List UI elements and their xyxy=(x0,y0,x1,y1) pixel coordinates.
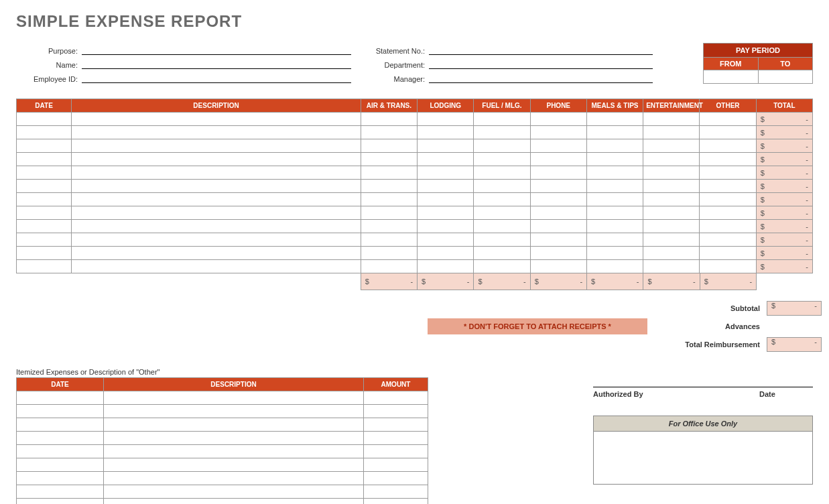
table-cell[interactable] xyxy=(17,166,72,180)
table-cell[interactable] xyxy=(104,444,364,458)
table-cell[interactable] xyxy=(364,418,428,431)
table-cell[interactable] xyxy=(17,139,72,153)
table-cell[interactable] xyxy=(643,233,700,247)
table-cell[interactable] xyxy=(17,498,104,504)
table-cell[interactable] xyxy=(364,498,428,504)
table-cell[interactable] xyxy=(643,113,700,126)
table-cell[interactable] xyxy=(418,233,474,247)
table-cell[interactable] xyxy=(643,153,700,166)
table-cell[interactable] xyxy=(530,139,586,153)
table-cell[interactable] xyxy=(17,444,104,458)
table-cell[interactable] xyxy=(361,180,417,193)
table-cell[interactable] xyxy=(643,193,700,206)
table-cell[interactable] xyxy=(364,444,428,458)
table-cell[interactable] xyxy=(17,153,72,166)
table-cell[interactable] xyxy=(17,431,104,444)
table-cell[interactable] xyxy=(474,206,530,220)
table-cell[interactable] xyxy=(72,113,361,126)
table-cell[interactable] xyxy=(418,113,474,126)
table-cell[interactable] xyxy=(586,139,643,153)
table-cell[interactable] xyxy=(418,126,474,139)
name-input[interactable] xyxy=(82,60,351,69)
table-cell[interactable] xyxy=(361,113,417,126)
table-cell[interactable] xyxy=(364,485,428,498)
purpose-input[interactable] xyxy=(82,46,351,55)
table-cell[interactable] xyxy=(17,220,72,233)
table-cell[interactable] xyxy=(643,260,700,273)
table-cell[interactable] xyxy=(17,247,72,260)
table-cell[interactable] xyxy=(700,139,756,153)
table-cell[interactable] xyxy=(72,247,361,260)
table-cell[interactable] xyxy=(643,180,700,193)
table-cell[interactable] xyxy=(474,220,530,233)
table-cell[interactable] xyxy=(364,404,428,418)
manager-input[interactable] xyxy=(429,74,653,83)
table-cell[interactable] xyxy=(418,260,474,273)
table-cell[interactable] xyxy=(104,471,364,485)
table-cell[interactable] xyxy=(17,206,72,220)
table-cell[interactable] xyxy=(700,193,756,206)
table-cell[interactable] xyxy=(474,260,530,273)
table-cell[interactable] xyxy=(643,139,700,153)
advances-value[interactable] xyxy=(767,318,822,333)
table-cell[interactable] xyxy=(104,498,364,504)
table-cell[interactable] xyxy=(474,180,530,193)
table-cell[interactable] xyxy=(72,180,361,193)
table-cell[interactable] xyxy=(72,166,361,180)
table-cell[interactable] xyxy=(530,233,586,247)
table-cell[interactable] xyxy=(474,139,530,153)
table-cell[interactable] xyxy=(474,193,530,206)
table-cell[interactable] xyxy=(72,126,361,139)
table-cell[interactable] xyxy=(17,458,104,471)
table-cell[interactable] xyxy=(530,126,586,139)
table-cell[interactable] xyxy=(700,113,756,126)
table-cell[interactable] xyxy=(586,193,643,206)
table-cell[interactable] xyxy=(17,193,72,206)
table-cell[interactable] xyxy=(361,233,417,247)
table-cell[interactable] xyxy=(364,431,428,444)
table-cell[interactable] xyxy=(72,193,361,206)
table-cell[interactable] xyxy=(418,139,474,153)
table-cell[interactable] xyxy=(361,220,417,233)
table-cell[interactable] xyxy=(586,180,643,193)
table-cell[interactable] xyxy=(361,260,417,273)
table-cell[interactable] xyxy=(72,139,361,153)
table-cell[interactable] xyxy=(72,206,361,220)
table-cell[interactable] xyxy=(586,260,643,273)
table-cell[interactable] xyxy=(586,153,643,166)
table-cell[interactable] xyxy=(474,126,530,139)
statement-no-input[interactable] xyxy=(429,46,653,55)
table-cell[interactable] xyxy=(530,113,586,126)
table-cell[interactable] xyxy=(530,206,586,220)
table-cell[interactable] xyxy=(72,233,361,247)
table-cell[interactable] xyxy=(104,391,364,404)
table-cell[interactable] xyxy=(364,458,428,471)
table-cell[interactable] xyxy=(700,206,756,220)
table-cell[interactable] xyxy=(474,113,530,126)
table-cell[interactable] xyxy=(586,206,643,220)
table-cell[interactable] xyxy=(643,206,700,220)
table-cell[interactable] xyxy=(364,471,428,485)
table-cell[interactable] xyxy=(17,260,72,273)
office-use-body[interactable] xyxy=(594,432,812,484)
table-cell[interactable] xyxy=(643,126,700,139)
table-cell[interactable] xyxy=(643,247,700,260)
table-cell[interactable] xyxy=(530,193,586,206)
table-cell[interactable] xyxy=(17,126,72,139)
table-cell[interactable] xyxy=(530,180,586,193)
table-cell[interactable] xyxy=(418,206,474,220)
table-cell[interactable] xyxy=(530,260,586,273)
department-input[interactable] xyxy=(429,60,653,69)
table-cell[interactable] xyxy=(643,220,700,233)
table-cell[interactable] xyxy=(586,113,643,126)
table-cell[interactable] xyxy=(530,220,586,233)
table-cell[interactable] xyxy=(17,233,72,247)
table-cell[interactable] xyxy=(418,153,474,166)
table-cell[interactable] xyxy=(72,260,361,273)
table-cell[interactable] xyxy=(418,193,474,206)
table-cell[interactable] xyxy=(700,233,756,247)
table-cell[interactable] xyxy=(104,404,364,418)
table-cell[interactable] xyxy=(700,153,756,166)
table-cell[interactable] xyxy=(474,233,530,247)
table-cell[interactable] xyxy=(361,247,417,260)
